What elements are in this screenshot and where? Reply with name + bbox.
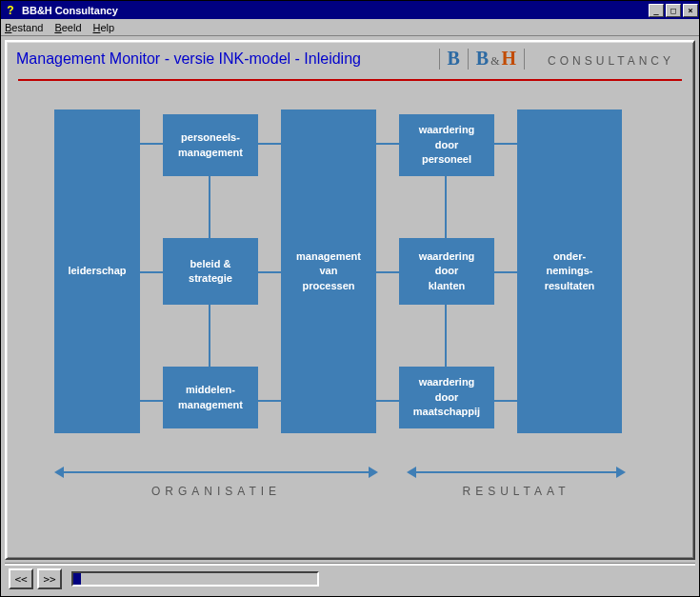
menu-help[interactable]: Help [93, 22, 115, 33]
divider-red [18, 79, 682, 81]
arrows-row: ORGANISATIE RESULTAAT [45, 462, 655, 509]
minimize-button[interactable]: _ [649, 4, 664, 17]
connector [209, 305, 210, 367]
menu-beeld-rest: eeld [62, 22, 82, 33]
window-controls: _ □ × [648, 3, 699, 18]
arrow-organisatie [64, 471, 369, 473]
connector [494, 143, 517, 145]
logo-consultancy: CONSULTANCY [548, 54, 674, 68]
connector [258, 143, 281, 145]
menu-bestand-rest: estand [11, 22, 43, 33]
titlebar: ? BB&H Consultancy _ □ × [1, 1, 699, 19]
progress-fill [73, 573, 81, 585]
maximize-button[interactable]: □ [666, 4, 681, 17]
connector [209, 176, 210, 238]
next-button[interactable]: >> [37, 568, 62, 589]
bottombar: << >> [5, 564, 695, 592]
connector [376, 271, 399, 273]
connector [140, 143, 163, 145]
label-resultaat: RESULTAAT [416, 485, 616, 498]
box-leiderschap[interactable]: leiderschap [54, 109, 140, 433]
menu-help-rest: elp [100, 22, 114, 33]
connector [258, 271, 281, 273]
menu-beeld[interactable]: Beeld [54, 22, 81, 33]
connector [140, 271, 163, 273]
box-waardering-personeel[interactable]: waardering door personeel [399, 114, 494, 176]
logo-amp: & [490, 54, 499, 69]
window-title: BB&H Consultancy [22, 5, 648, 16]
logo: B B & H CONSULTANCY [431, 48, 685, 70]
menubar: Bestand Beeld Help [1, 19, 699, 36]
box-personeelsmanagement[interactable]: personeels- management [163, 114, 258, 176]
label-organisatie: ORGANISATIE [64, 485, 369, 498]
connector [445, 176, 447, 238]
connector [376, 143, 399, 145]
box-ondernemingsresultaten[interactable]: onder- nemings- resultaten [517, 109, 622, 433]
box-beleid-strategie[interactable]: beleid & strategie [163, 238, 258, 305]
connector [494, 400, 517, 402]
progress-bar [71, 571, 319, 587]
logo-b2: B [476, 48, 489, 70]
arrow-resultaat [416, 471, 616, 473]
connector [258, 400, 281, 402]
connector [376, 400, 399, 402]
box-waardering-klanten[interactable]: waardering door klanten [399, 238, 494, 305]
connector [140, 400, 163, 402]
ink-model-diagram: leiderschap personeels- management belei… [45, 109, 655, 452]
logo-sep-3 [524, 49, 525, 70]
logo-h: H [502, 48, 517, 70]
box-management-processen[interactable]: management van processen [281, 109, 376, 433]
logo-sep-1 [439, 49, 440, 70]
connector [445, 305, 447, 367]
main-panel: Management Monitor - versie INK-model - … [5, 40, 695, 560]
header-row: Management Monitor - versie INK-model - … [7, 42, 693, 70]
close-button[interactable]: × [683, 4, 698, 17]
connector [494, 271, 517, 273]
page-title: Management Monitor - versie INK-model - … [16, 50, 361, 68]
prev-button[interactable]: << [9, 568, 33, 589]
app-icon: ? [3, 3, 18, 18]
box-waardering-maatschappij[interactable]: waardering door maatschappij [399, 367, 494, 428]
logo-sep-2 [468, 49, 469, 70]
app-window: ? BB&H Consultancy _ □ × Bestand Beeld H… [0, 0, 700, 597]
logo-b1: B [448, 48, 460, 70]
menu-bestand[interactable]: Bestand [5, 22, 43, 33]
box-middelenmanagement[interactable]: middelen- management [163, 367, 258, 428]
content-area: Management Monitor - versie INK-model - … [1, 36, 699, 596]
